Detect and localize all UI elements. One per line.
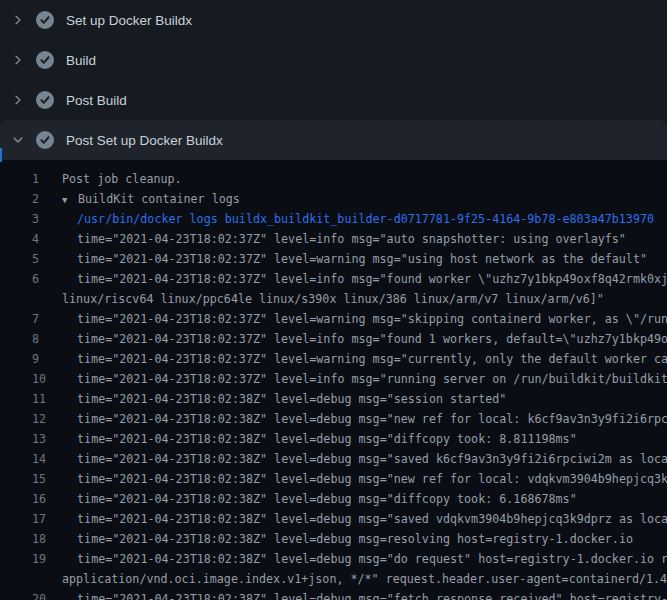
- log-command-text: /usr/bin/docker logs buildx_buildkit_bui…: [62, 209, 654, 229]
- log-line-text: application/vnd.oci.image.index.v1+json,…: [62, 569, 667, 589]
- log-line-text: BuildKit container logs: [78, 192, 240, 206]
- check-circle-icon: [36, 91, 54, 109]
- log-line: 14time="2021-04-23T18:02:38Z" level=debu…: [0, 449, 667, 469]
- log-line: 13time="2021-04-23T18:02:38Z" level=debu…: [0, 429, 667, 449]
- log-line: application/vnd.oci.image.index.v1+json,…: [0, 569, 667, 589]
- step-row-set-up-docker-buildx[interactable]: Set up Docker Buildx: [0, 0, 667, 40]
- log-line: 18time="2021-04-23T18:02:38Z" level=debu…: [0, 529, 667, 549]
- log-line-text: time="2021-04-23T18:02:37Z" level=info m…: [62, 269, 667, 289]
- active-step-indicator: [0, 148, 2, 162]
- log-line-text: time="2021-04-23T18:02:38Z" level=debug …: [62, 549, 667, 569]
- chevron-right-icon[interactable]: [12, 14, 24, 26]
- check-circle-icon: [36, 51, 54, 69]
- log-line-number: [32, 289, 46, 309]
- log-group-toggle[interactable]: ▼BuildKit container logs: [62, 189, 240, 209]
- log-line-text: time="2021-04-23T18:02:38Z" level=debug …: [62, 509, 667, 529]
- log-line: 16time="2021-04-23T18:02:38Z" level=debu…: [0, 489, 667, 509]
- log-line-number[interactable]: 19: [32, 549, 46, 569]
- log-line-number[interactable]: 10: [32, 369, 46, 389]
- step-row-build[interactable]: Build: [0, 40, 667, 80]
- log-line-text: time="2021-04-23T18:02:38Z" level=debug …: [62, 429, 577, 449]
- log-line-number[interactable]: 1: [32, 169, 46, 189]
- log-line: 20time="2021-04-23T18:02:38Z" level=debu…: [0, 589, 667, 600]
- log-line: 9time="2021-04-23T18:02:37Z" level=warni…: [0, 349, 667, 369]
- chevron-right-icon[interactable]: [12, 54, 24, 66]
- log-line: 12time="2021-04-23T18:02:38Z" level=debu…: [0, 409, 667, 429]
- log-line: 19time="2021-04-23T18:02:38Z" level=debu…: [0, 549, 667, 569]
- log-viewer: 1Post job cleanup.2▼BuildKit container l…: [0, 160, 667, 600]
- log-line: 6time="2021-04-23T18:02:37Z" level=info …: [0, 269, 667, 289]
- log-line-number[interactable]: 15: [32, 469, 46, 489]
- log-line-text: time="2021-04-23T18:02:38Z" level=debug …: [62, 389, 506, 409]
- step-row-post-build[interactable]: Post Build: [0, 80, 667, 120]
- log-line-number[interactable]: 3: [32, 209, 46, 229]
- log-line: 15time="2021-04-23T18:02:38Z" level=debu…: [0, 469, 667, 489]
- log-line: 8time="2021-04-23T18:02:37Z" level=info …: [0, 329, 667, 349]
- log-line-text: time="2021-04-23T18:02:38Z" level=debug …: [62, 589, 667, 600]
- log-line-text: Post job cleanup.: [62, 169, 182, 189]
- log-line-number[interactable]: 4: [32, 229, 46, 249]
- log-line-number[interactable]: 7: [32, 309, 46, 329]
- log-line-number[interactable]: 16: [32, 489, 46, 509]
- log-line: 17time="2021-04-23T18:02:38Z" level=debu…: [0, 509, 667, 529]
- step-title: Set up Docker Buildx: [66, 13, 192, 28]
- log-line-text: linux/riscv64 linux/ppc64le linux/s390x …: [62, 289, 604, 309]
- log-line-text: time="2021-04-23T18:02:37Z" level=info m…: [62, 369, 667, 389]
- log-line-text: time="2021-04-23T18:02:38Z" level=debug …: [62, 489, 577, 509]
- steps-list: Set up Docker BuildxBuildPost BuildPost …: [0, 0, 667, 160]
- log-line-number[interactable]: 2: [32, 189, 46, 209]
- log-line-text: time="2021-04-23T18:02:38Z" level=debug …: [62, 449, 667, 469]
- step-row-post-set-up-docker-buildx[interactable]: Post Set up Docker Buildx: [0, 120, 667, 160]
- log-line-number[interactable]: 13: [32, 429, 46, 449]
- log-line-text: time="2021-04-23T18:02:38Z" level=debug …: [62, 469, 667, 489]
- chevron-right-icon[interactable]: [12, 94, 24, 106]
- log-line: 5time="2021-04-23T18:02:37Z" level=warni…: [0, 249, 667, 269]
- log-line: 3/usr/bin/docker logs buildx_buildkit_bu…: [0, 209, 667, 229]
- check-circle-icon: [36, 131, 54, 149]
- step-title: Build: [66, 53, 96, 68]
- check-circle-icon: [36, 11, 54, 29]
- step-title: Post Build: [66, 93, 127, 108]
- log-line-number[interactable]: 12: [32, 409, 46, 429]
- log-line-number[interactable]: 5: [32, 249, 46, 269]
- log-line-text: time="2021-04-23T18:02:37Z" level=warnin…: [62, 349, 667, 369]
- log-line-number[interactable]: 14: [32, 449, 46, 469]
- log-line-number[interactable]: 18: [32, 529, 46, 549]
- triangle-down-icon: ▼: [62, 190, 78, 210]
- log-line-text: time="2021-04-23T18:02:37Z" level=info m…: [62, 329, 667, 349]
- log-line-number: [32, 569, 46, 589]
- log-line-text: time="2021-04-23T18:02:38Z" level=debug …: [62, 529, 633, 549]
- log-line: 1Post job cleanup.: [0, 169, 667, 189]
- log-line-number[interactable]: 11: [32, 389, 46, 409]
- log-line: 2▼BuildKit container logs: [0, 189, 667, 209]
- log-line: linux/riscv64 linux/ppc64le linux/s390x …: [0, 289, 667, 309]
- log-line-text: time="2021-04-23T18:02:37Z" level=warnin…: [62, 309, 667, 329]
- log-line-text: time="2021-04-23T18:02:37Z" level=warnin…: [62, 249, 647, 269]
- chevron-down-icon[interactable]: [12, 134, 24, 146]
- log-line-number[interactable]: 20: [32, 589, 46, 600]
- log-line: 10time="2021-04-23T18:02:37Z" level=info…: [0, 369, 667, 389]
- log-line-number[interactable]: 8: [32, 329, 46, 349]
- log-line: 11time="2021-04-23T18:02:38Z" level=debu…: [0, 389, 667, 409]
- log-line-number[interactable]: 17: [32, 509, 46, 529]
- log-line-number[interactable]: 9: [32, 349, 46, 369]
- log-line: 7time="2021-04-23T18:02:37Z" level=warni…: [0, 309, 667, 329]
- log-line-number[interactable]: 6: [32, 269, 46, 289]
- log-line-text: time="2021-04-23T18:02:38Z" level=debug …: [62, 409, 667, 429]
- log-line-text: time="2021-04-23T18:02:37Z" level=info m…: [62, 229, 626, 249]
- log-line: 4time="2021-04-23T18:02:37Z" level=info …: [0, 229, 667, 249]
- step-title: Post Set up Docker Buildx: [66, 133, 223, 148]
